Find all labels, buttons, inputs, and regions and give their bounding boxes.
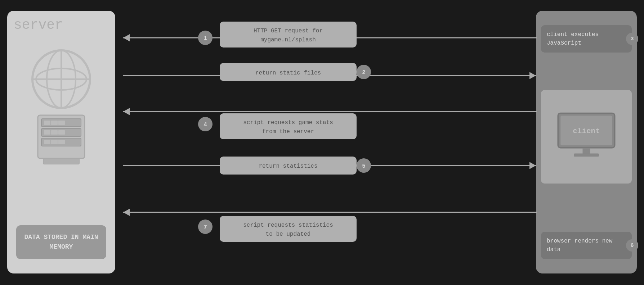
client-monitor-block: client bbox=[541, 90, 632, 184]
msg2-text: return static files bbox=[255, 70, 321, 76]
svg-rect-16 bbox=[51, 140, 58, 144]
step-2-circle bbox=[357, 65, 371, 79]
step-1-circle bbox=[198, 31, 213, 45]
svg-rect-17 bbox=[58, 140, 65, 144]
svg-rect-11 bbox=[44, 130, 50, 135]
arrow5-head bbox=[123, 209, 130, 216]
msg1-box bbox=[220, 22, 357, 48]
msg4-text: return statistics bbox=[259, 163, 317, 169]
step-1-text: 1 bbox=[204, 35, 207, 42]
msg3-line1: script requests game stats bbox=[243, 119, 333, 126]
msg5-box bbox=[220, 216, 357, 242]
browser-renders-label: browser renders new data bbox=[547, 237, 626, 254]
diagram: server bbox=[0, 0, 644, 285]
browser-renders-block: browser renders new data 6 bbox=[541, 232, 632, 259]
step-5-text: 5 bbox=[362, 163, 366, 169]
msg3-line2: from the server bbox=[262, 128, 314, 135]
client-executes-block: client executes JavaScript 3 bbox=[541, 25, 632, 53]
svg-rect-22 bbox=[583, 148, 590, 154]
msg5-line2: to be updated bbox=[266, 231, 311, 238]
msg5-line1: script requests statistics bbox=[243, 222, 333, 229]
svg-rect-8 bbox=[51, 121, 58, 125]
step-2-text: 2 bbox=[362, 69, 366, 76]
msg3-box bbox=[220, 113, 357, 139]
client-executes-label: client executes JavaScript bbox=[547, 30, 626, 48]
server-panel: server bbox=[7, 11, 115, 273]
step-5-circle bbox=[357, 158, 371, 173]
msg4-box bbox=[220, 157, 357, 175]
svg-text:client: client bbox=[573, 127, 600, 135]
step-7-circle bbox=[198, 220, 213, 234]
svg-rect-12 bbox=[51, 130, 58, 135]
data-stored-label: DATA STORED IN MAIN MEMORY bbox=[24, 234, 98, 250]
svg-rect-9 bbox=[58, 121, 65, 125]
client-panel: client executes JavaScript 3 client brow… bbox=[536, 11, 637, 273]
arrow4-head bbox=[529, 162, 536, 169]
step-3-badge: 3 bbox=[626, 33, 638, 45]
msg2-box bbox=[220, 63, 357, 81]
server-icon bbox=[18, 43, 104, 173]
step-4-circle bbox=[198, 117, 213, 131]
msg1-line1: HTTP GET request for bbox=[254, 28, 323, 34]
svg-rect-13 bbox=[58, 130, 65, 135]
msg1-line2: mygame.nl/splash bbox=[260, 37, 316, 43]
arrow2-head bbox=[529, 72, 536, 79]
arrow3-head bbox=[123, 108, 130, 115]
arrow1-head bbox=[123, 34, 130, 41]
svg-rect-23 bbox=[574, 153, 599, 157]
data-stored-box: DATA STORED IN MAIN MEMORY bbox=[16, 225, 106, 259]
svg-rect-7 bbox=[44, 121, 50, 125]
svg-rect-15 bbox=[44, 140, 50, 144]
svg-rect-18 bbox=[43, 158, 79, 164]
step-4-text: 4 bbox=[204, 122, 207, 128]
server-label: server bbox=[14, 17, 63, 33]
step-6-badge: 6 bbox=[626, 239, 638, 252]
monitor-icon: client bbox=[554, 112, 619, 162]
step-7-text: 7 bbox=[204, 224, 207, 231]
